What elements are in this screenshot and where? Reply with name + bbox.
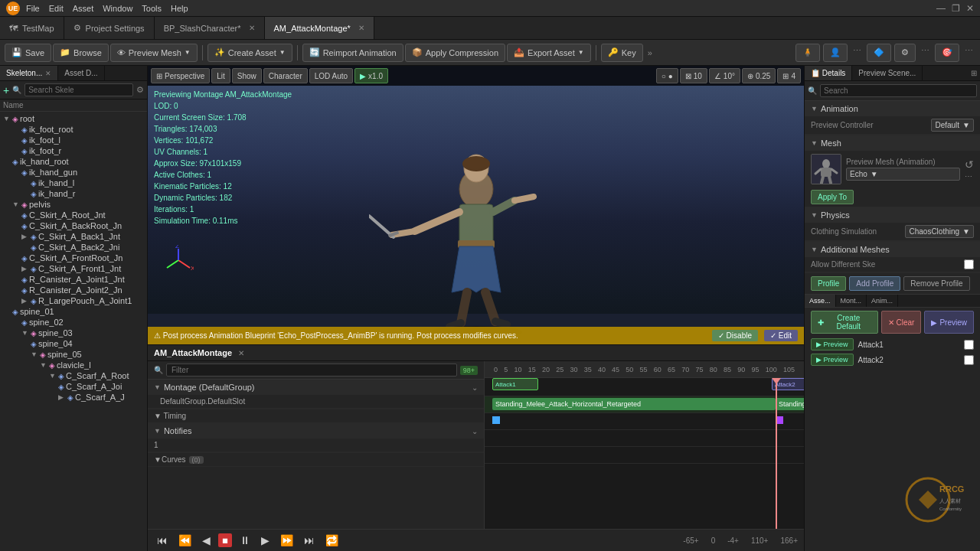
tree-item-cskirt-back1[interactable]: ▶ ◈ C_Skirt_A_Back1_Jnt xyxy=(0,231,147,242)
attack2-preview-check[interactable] xyxy=(964,355,974,365)
tab-project-settings[interactable]: ⚙ Project Settings xyxy=(64,17,155,39)
add-profile-button[interactable]: Add Profile xyxy=(849,276,900,291)
remove-profile-button[interactable]: Remove Profile xyxy=(903,276,969,291)
timing-track-row[interactable] xyxy=(485,413,804,430)
pause-button[interactable]: ⏸ xyxy=(237,533,253,548)
tab-am-attack[interactable]: AM_AttackMontage* ✕ xyxy=(265,17,374,39)
attack1-anim-block[interactable]: Standing_Melee_Attack_Horizontal_Retarge… xyxy=(492,398,776,410)
tree-item-ik-hand-r[interactable]: ◈ ik_hand_r xyxy=(0,188,147,199)
toolbar-icon-3[interactable]: 🔷 xyxy=(867,44,891,62)
curves-row[interactable]: ▼ Curves (0) xyxy=(148,453,484,467)
montage-track-row[interactable]: Attack1 Attack2 xyxy=(485,378,804,396)
preview-controller-dropdown[interactable]: Default ▼ xyxy=(931,119,974,132)
tree-item-ik-foot-r[interactable]: ◈ ik_foot_r xyxy=(0,145,147,156)
export-asset-button[interactable]: 📤 Export Asset ▼ xyxy=(507,44,591,62)
mesh-section-header[interactable]: ▼ Mesh xyxy=(805,135,980,151)
tree-item-spine04[interactable]: ◈ spine_04 xyxy=(0,338,147,349)
tree-item-pelvis[interactable]: ▼ ◈ pelvis xyxy=(0,199,147,210)
tree-item-ik-hand-gun[interactable]: ◈ ik_hand_gun xyxy=(0,167,147,178)
toolbar-icon-4[interactable]: ⚙ xyxy=(894,44,916,62)
browse-button[interactable]: 📁 Browse xyxy=(53,44,109,62)
tree-item-ik-foot-l[interactable]: ◈ ik_foot_l xyxy=(0,135,147,145)
clothing-sim-dropdown[interactable]: ChaosClothing ▼ xyxy=(905,225,974,238)
details-search-input[interactable] xyxy=(820,84,977,97)
toolbar-icon-5[interactable]: 🎯 xyxy=(935,44,959,62)
tab-am-attack-close[interactable]: ✕ xyxy=(358,24,364,32)
key-button[interactable]: 🔑 Key xyxy=(601,44,643,62)
preview-mesh-button[interactable]: 👁 Preview Mesh ▼ xyxy=(110,44,198,62)
restore-button[interactable]: ❐ xyxy=(952,3,960,14)
tree-item-cscarf-root[interactable]: ▼ ◈ C_Scarf_A_Root xyxy=(0,370,147,381)
menu-asset[interactable]: Asset xyxy=(73,4,94,13)
search-skeleton-input[interactable] xyxy=(24,83,133,96)
profile-button[interactable]: Profile xyxy=(811,276,846,291)
preview-attack2-play[interactable]: ▶ Preview xyxy=(811,354,854,366)
skeleton-tab-close[interactable]: ✕ xyxy=(45,70,51,77)
lod-button[interactable]: LOD Auto xyxy=(309,68,353,83)
angle-button[interactable]: ∠ 10° xyxy=(709,68,740,83)
create-asset-button[interactable]: ✨ Create Asset ▼ xyxy=(207,44,292,62)
menu-edit[interactable]: Edit xyxy=(49,4,64,13)
tree-item-cscarf-j[interactable]: ▶ ◈ C_Scarf_A_J xyxy=(0,392,147,403)
anim-slot-row[interactable]: Standing_Melee_Attack_Horizontal_Retarge… xyxy=(485,396,804,413)
show-button[interactable]: Show xyxy=(232,68,262,83)
tree-item-spine03[interactable]: ▼ ◈ spine_03 xyxy=(0,328,147,338)
tree-item-cscarf-joi[interactable]: ◈ C_Scarf_A_Joi xyxy=(0,381,147,392)
cam-toggle[interactable]: ○ ● xyxy=(656,68,678,83)
apply-to-button[interactable]: Apply To xyxy=(811,190,854,204)
toolbar-icon-1[interactable]: 🧍 xyxy=(795,44,820,62)
menu-help[interactable]: Help xyxy=(171,4,188,13)
back-button[interactable]: ◀ xyxy=(199,533,214,548)
details-settings-icon[interactable]: ⊞ xyxy=(971,69,977,77)
tree-item-cskirt-frontroot[interactable]: ◈ C_Skirt_A_FrontRoot_Jn xyxy=(0,253,147,263)
go-end-button[interactable]: ⏭ xyxy=(301,533,318,548)
loop-button[interactable]: 🔁 xyxy=(322,533,341,548)
physics-section-header[interactable]: ▼ Physics xyxy=(805,207,980,223)
additional-meshes-header[interactable]: ▼ Additional Meshes xyxy=(805,242,980,257)
asset-subtab-asse[interactable]: Asse... xyxy=(805,295,836,307)
close-button[interactable]: ✕ xyxy=(966,3,974,14)
attack2-section-marker[interactable]: Attack2 xyxy=(772,378,804,390)
add-bone-button[interactable]: + xyxy=(3,84,9,96)
details-tab[interactable]: 📋 Details xyxy=(805,66,852,80)
tree-item-cskirt-root[interactable]: ◈ C_Skirt_A_Root_Jnt xyxy=(0,210,147,220)
asset-subtab-mont[interactable]: Mont... xyxy=(836,295,867,307)
attack2-anim-block[interactable]: Standing_Melee_Attack_360_High_Re xyxy=(776,398,804,410)
stop-button[interactable]: ⏹ xyxy=(218,533,232,547)
view-count[interactable]: ⊠ 10 xyxy=(680,68,707,83)
toolbar-more[interactable]: » xyxy=(648,48,652,57)
next-frame-button[interactable]: ⏩ xyxy=(277,533,296,548)
prev-frame-button[interactable]: ⏪ xyxy=(175,533,194,548)
tree-item-clavicle-l[interactable]: ▼ ◈ clavicle_l xyxy=(0,360,147,370)
tree-item-rlargepouch[interactable]: ▶ ◈ R_LargePouch_A_Joint1 xyxy=(0,295,147,306)
clear-button[interactable]: ✕ Clear xyxy=(881,311,922,334)
montage-section-header[interactable]: ▼ Montage (DefaultGroup) ⌄ xyxy=(148,380,484,395)
tab-bp-slash[interactable]: BP_SlashCharacter* ✕ xyxy=(155,17,265,39)
toolbar-more-3[interactable]: ⋯ xyxy=(919,44,932,62)
menu-window[interactable]: Window xyxy=(103,4,132,13)
go-start-button[interactable]: ⏮ xyxy=(154,533,171,548)
preview-scene-tab[interactable]: Preview Scene... xyxy=(852,66,923,80)
tree-item-ik-hand-l[interactable]: ◈ ik_hand_l xyxy=(0,178,147,188)
apply-compression-button[interactable]: 📦 Apply Compression xyxy=(405,44,505,62)
asset-subtab-anim[interactable]: Anim... xyxy=(867,295,898,307)
timeline-filter-input[interactable] xyxy=(166,364,457,377)
zoom-button[interactable]: ⊕ 0.25 xyxy=(742,68,776,83)
mesh-reset-icon[interactable]: ↺ xyxy=(965,158,974,171)
create-default-button[interactable]: ✚ Create Default xyxy=(811,311,878,334)
toolbar-icon-2[interactable]: 👤 xyxy=(823,44,848,62)
tree-item-ik-hand-root[interactable]: ◈ ik_hand_root xyxy=(0,156,147,167)
attack1-section-marker[interactable]: Attack1 xyxy=(492,378,538,390)
notifies-header[interactable]: ▼ Notifies ⌄ xyxy=(148,423,484,439)
curves-track-row[interactable] xyxy=(485,447,804,464)
toolbar-more-2[interactable]: ⋯ xyxy=(851,44,864,62)
tree-item-spine02[interactable]: ◈ spine_02 xyxy=(0,317,147,328)
viewport-content[interactable]: X Z xyxy=(148,86,804,314)
attack1-preview-check[interactable] xyxy=(964,340,974,350)
tree-item-rcanister2[interactable]: ◈ R_Canister_A_Joint2_Jn xyxy=(0,285,147,295)
save-button[interactable]: 💾 Save xyxy=(5,44,51,62)
skeleton-settings-icon[interactable]: ⚙ xyxy=(136,85,144,95)
mesh-more-icon[interactable]: ⋯ xyxy=(965,172,974,181)
character-button[interactable]: Character xyxy=(263,68,308,83)
reimport-button[interactable]: 🔄 Reimport Animation xyxy=(302,44,403,62)
